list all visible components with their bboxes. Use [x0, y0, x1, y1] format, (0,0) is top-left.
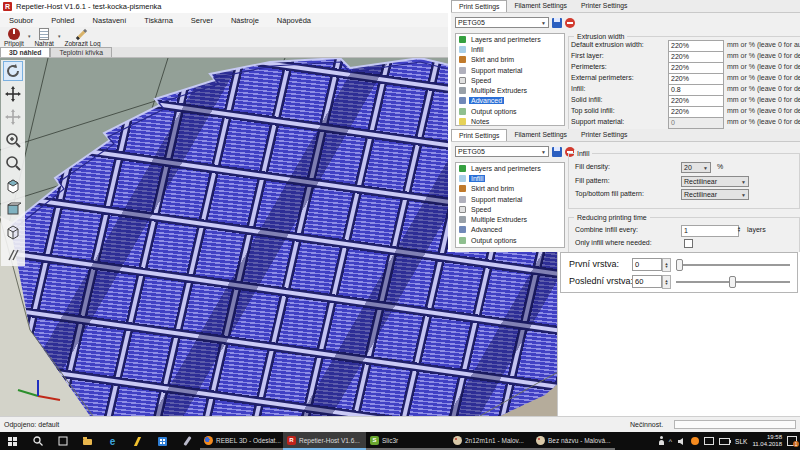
menu-nastroje[interactable]: Nástroje — [222, 16, 268, 25]
repetier-icon: R — [287, 436, 296, 445]
combine-infill-spinner[interactable]: ▲▼ — [737, 226, 741, 232]
first-layer-spinner[interactable]: ▲▼ — [662, 258, 671, 272]
window-title: Repetier-Host V1.6.1 - test-kocka-pismen… — [16, 2, 161, 11]
first-layer-field[interactable]: 0 — [632, 258, 662, 271]
top-bottom-pattern-select[interactable]: Rectilinear▼ — [681, 189, 749, 200]
tab-filament-settings[interactable]: Filament Settings — [507, 0, 574, 12]
paint-icon — [536, 436, 545, 445]
document-icon — [39, 28, 49, 40]
edge-icon[interactable]: e — [100, 432, 125, 450]
language-indicator[interactable]: SLK — [735, 438, 747, 445]
task-view-icon[interactable] — [50, 432, 75, 450]
last-layer-slider[interactable] — [676, 281, 790, 283]
connect-icon — [8, 28, 20, 40]
search-icon[interactable] — [25, 432, 50, 450]
menu-server[interactable]: Server — [182, 16, 222, 25]
rotate-view-button[interactable] — [3, 61, 23, 81]
store-icon[interactable] — [150, 432, 175, 450]
paint3d-icon[interactable] — [175, 432, 200, 450]
view-tab-bar: 3D náhled Teplotní křivka — [0, 47, 448, 58]
slicer-tab-bar-2: Print Settings Filament Settings Printer… — [451, 129, 800, 142]
isometric-view-button[interactable] — [3, 176, 23, 196]
combine-infill-field[interactable]: 1 — [681, 225, 739, 237]
speed-icon — [459, 206, 466, 213]
last-layer-slider-thumb[interactable] — [729, 276, 736, 288]
move-viewpoint-button[interactable] — [3, 107, 23, 127]
taskbar-app-slic3r[interactable]: S Slic3r — [366, 432, 449, 450]
support-material-width-field: 0 — [668, 117, 724, 129]
save-preset-icon-2[interactable] — [552, 147, 562, 157]
screen: R Repetier-Host V1.6.1 - test-kocka-pism… — [0, 0, 800, 450]
item-multiple-extruders-2: Multiple Extruders — [456, 214, 564, 224]
last-layer-label: Poslední vrstva: — [569, 276, 633, 286]
tab-printer-settings-2[interactable]: Printer Settings — [574, 129, 634, 141]
delete-preset-icon[interactable] — [565, 18, 575, 28]
taskbar-app-paint-1[interactable]: 2n12m1n1 - Malov... — [449, 432, 532, 450]
menu-napoveda[interactable]: Nápověda — [268, 16, 320, 25]
item-speed-2: Speed — [456, 204, 564, 214]
slicer-window-infill: Print Settings Filament Settings Printer… — [448, 129, 800, 252]
preset-select-2[interactable]: PETG05▼ — [455, 146, 549, 157]
tab-printer-settings[interactable]: Printer Settings — [574, 0, 634, 12]
taskbar-app-repetier[interactable]: R Repetier-Host V1.6... — [283, 432, 366, 450]
slic3r-icon: S — [370, 436, 379, 445]
front-view-button[interactable] — [3, 199, 23, 219]
action-center-icon[interactable]: 1 — [787, 436, 797, 446]
system-tray: ^ SLK 19:58 11.04.2018 1 — [659, 432, 800, 450]
preset-row-2: PETG05▼ — [455, 145, 575, 158]
battery-icon[interactable] — [719, 438, 730, 445]
view-tool-strip — [1, 60, 25, 266]
extruders-icon — [459, 216, 466, 223]
taskbar-app-firefox[interactable]: REBEL 3D - Odeslat... — [200, 432, 283, 450]
app-icon: R — [3, 2, 12, 11]
paint-icon — [453, 436, 462, 445]
network-icon[interactable] — [704, 437, 714, 445]
tab-temperature-curve[interactable]: Teplotní křivka — [50, 47, 111, 57]
tab-print-settings[interactable]: Print Settings — [451, 0, 507, 12]
fill-density-select[interactable]: 20▼ — [681, 162, 711, 173]
show-log-button[interactable]: Zobrazit Log — [60, 27, 104, 47]
status-bar: Odpojeno: default Nečinnost. — [0, 416, 800, 432]
only-infill-checkbox[interactable] — [684, 239, 693, 248]
right-panel: První vrstva: 0 ▲▼ Poslední vrstva: 60 ▲… — [557, 252, 800, 416]
taskbar-app-paint-2[interactable]: Bez názvu - Malová... — [532, 432, 615, 450]
antivirus-icon[interactable] — [691, 437, 699, 445]
layer-range-panel: První vrstva: 0 ▲▼ Poslední vrstva: 60 ▲… — [560, 252, 798, 293]
menu-soubor[interactable]: Soubor — [0, 16, 42, 25]
connection-status: Odpojeno: default — [4, 421, 59, 428]
parallel-projection-button[interactable] — [3, 245, 23, 265]
preset-select[interactable]: PETG05▼ — [455, 17, 549, 28]
top-view-button[interactable] — [3, 222, 23, 242]
tab-filament-settings-2[interactable]: Filament Settings — [507, 129, 574, 141]
clock[interactable]: 19:58 11.04.2018 — [752, 434, 782, 448]
slicer-window-extrusion: Print Settings Filament Settings Printer… — [448, 0, 800, 129]
people-icon[interactable] — [659, 440, 664, 445]
first-layer-slider-thumb[interactable] — [676, 259, 683, 271]
fill-pattern-select[interactable]: Rectilinear▼ — [681, 176, 749, 187]
last-layer-field[interactable]: 60 — [632, 275, 662, 288]
first-layer-label: První vrstva: — [569, 259, 619, 269]
photo-app-icon[interactable] — [125, 432, 150, 450]
preset-row: PETG05▼ — [455, 16, 575, 29]
tab-print-settings-2[interactable]: Print Settings — [451, 129, 507, 141]
zoom-in-button[interactable] — [3, 130, 23, 150]
menu-pohled[interactable]: Pohled — [42, 16, 83, 25]
last-layer-spinner[interactable]: ▲▼ — [662, 275, 671, 289]
move-object-button[interactable] — [3, 84, 23, 104]
load-button[interactable]: Nahrát — [30, 27, 58, 47]
file-explorer-icon[interactable] — [75, 432, 100, 450]
zoom-button[interactable] — [3, 153, 23, 173]
connect-button[interactable]: Připojit — [0, 27, 28, 47]
activity-status: Nečinnost. — [630, 421, 663, 428]
volume-icon[interactable] — [677, 437, 686, 446]
tab-3d-view[interactable]: 3D náhled — [0, 47, 50, 57]
menu-tiskarna[interactable]: Tiskárna — [135, 16, 181, 25]
progress-bar — [674, 420, 796, 429]
firefox-icon — [204, 436, 213, 445]
save-preset-icon[interactable] — [552, 18, 562, 28]
menu-nastaveni[interactable]: Nastavení — [84, 16, 136, 25]
pencil-icon — [76, 28, 88, 40]
tray-expand-icon[interactable]: ^ — [669, 438, 672, 445]
first-layer-slider[interactable] — [676, 264, 790, 266]
start-button[interactable] — [0, 432, 25, 450]
